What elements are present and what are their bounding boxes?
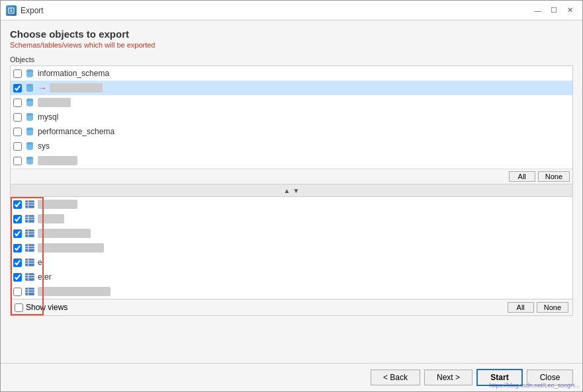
show-views-row: Show views All None [11,299,572,315]
table-label-4 [38,243,104,253]
db-icon [24,156,35,165]
schemas-list-scroll[interactable]: information_schema → [11,66,572,169]
svg-rect-20 [25,215,34,222]
table-checkbox-3[interactable] [13,229,22,238]
tables-all-button[interactable]: All [508,302,534,313]
schema-checkbox-7[interactable] [13,157,22,165]
next-button[interactable]: Next > [424,370,472,385]
schema-checkbox-6[interactable] [13,142,22,151]
schema-label-7 [38,156,77,165]
svg-point-3 [26,69,33,72]
divider-area[interactable]: ▲ ▼ [10,184,573,196]
table-icon [24,214,35,223]
schemas-section: Objects informat [10,56,573,184]
back-button[interactable]: < Back [371,370,420,385]
table-checkbox-6[interactable] [13,273,22,282]
table-icon [24,287,35,296]
list-item[interactable]: el [11,255,572,270]
show-views-left: Show views [15,303,67,312]
table-label-1 [38,200,77,209]
schema-checkbox-3[interactable] [13,98,22,107]
schemas-list-buttons: All None [11,169,572,184]
svg-rect-36 [25,273,34,280]
schema-label-6: sys [38,141,50,151]
table-label-3 [38,229,91,238]
schema-label-2 [50,83,103,93]
list-item[interactable]: sys [11,139,572,153]
list-item[interactable] [11,241,572,255]
list-item[interactable] [11,226,572,241]
svg-rect-16 [25,200,34,208]
list-item[interactable] [11,284,572,299]
objects-label: Objects [10,56,573,63]
list-item[interactable]: mysql [11,110,572,124]
svg-rect-28 [25,244,34,251]
list-item[interactable] [11,153,572,168]
tables-section: el e [10,196,573,302]
db-icon [24,141,35,151]
tables-list-container: el e [10,196,573,316]
list-item[interactable]: information_schema [11,66,572,81]
table-label-7 [38,287,111,296]
show-views-label: Show views [26,303,67,312]
svg-rect-24 [25,229,34,237]
table-label-5: el [38,258,44,267]
schema-label-4: mysql [38,112,58,122]
list-item[interactable] [11,212,572,226]
list-item[interactable]: → [11,81,572,95]
schemas-all-button[interactable]: All [509,171,535,182]
table-icon [24,229,35,238]
table-icon [24,258,35,267]
schema-label-5: performance_schema [38,127,114,136]
table-checkbox-4[interactable] [13,244,22,253]
svg-point-13 [26,142,33,145]
export-icon [6,5,17,16]
schema-checkbox-1[interactable] [13,69,22,78]
table-icon [24,272,35,282]
close-window-button[interactable]: ✕ [562,4,577,17]
db-icon [24,112,35,122]
schema-checkbox-2[interactable] [13,84,22,93]
tables-list-scroll[interactable]: el e [11,197,572,299]
maximize-button[interactable]: ☐ [547,4,561,17]
title-controls: — ☐ ✕ [531,4,577,17]
schemas-list-container: information_schema → [10,65,573,184]
table-checkbox-1[interactable] [13,200,22,209]
schema-label-1: information_schema [38,69,109,78]
schema-label-3 [38,98,71,107]
down-arrow-icon: ▼ [293,187,300,194]
table-checkbox-2[interactable] [13,215,22,223]
list-item[interactable]: eter [11,270,572,284]
table-checkbox-7[interactable] [13,288,22,296]
svg-point-11 [26,128,33,130]
db-icon [24,83,35,93]
tables-none-button[interactable]: None [537,302,568,313]
title-bar-left: Export [6,5,44,16]
list-item[interactable] [11,197,572,212]
show-views-checkbox[interactable] [15,303,23,312]
db-icon [24,127,35,136]
watermark: https://blog.csdn.net/Leo_songH... [489,382,580,389]
db-icon [24,69,35,78]
title-bar: Export — ☐ ✕ [1,1,582,20]
schemas-none-button[interactable]: None [538,171,570,182]
db-icon [24,98,35,107]
window-title: Export [21,6,44,15]
table-checkbox-5[interactable] [13,258,22,267]
table-label-2 [38,214,64,223]
export-window: Export — ☐ ✕ Choose objects to export Sc… [0,0,583,392]
schema-checkbox-4[interactable] [13,113,22,122]
table-icon [24,200,35,209]
list-item[interactable]: performance_schema [11,124,572,139]
main-area: Objects informat [10,56,573,355]
page-title: Choose objects to export [10,28,573,40]
list-item[interactable] [11,95,572,110]
svg-rect-32 [25,258,34,266]
schema-checkbox-5[interactable] [13,128,22,136]
minimize-button[interactable]: — [531,4,545,17]
red-arrow-icon: → [38,83,47,93]
svg-point-15 [26,157,33,159]
divider-arrows: ▲ ▼ [284,187,300,194]
table-label-6: eter [38,272,52,282]
svg-rect-40 [25,288,34,295]
